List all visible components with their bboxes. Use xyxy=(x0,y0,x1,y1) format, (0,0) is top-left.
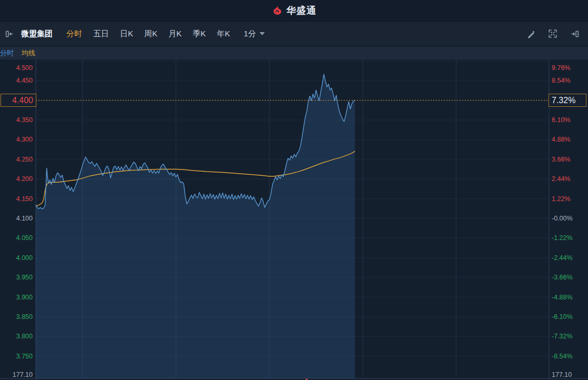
chart-tab[interactable]: 五日 xyxy=(93,29,109,39)
pencil-icon xyxy=(526,29,535,38)
collapse-panel-right-button[interactable] xyxy=(569,28,581,39)
chart-tab[interactable]: 月K xyxy=(168,29,182,39)
chevron-down-icon xyxy=(260,32,265,35)
period-tabs: 分时五日日K周K月K季K年K xyxy=(66,29,230,39)
app-title: 华盛通 xyxy=(286,4,316,17)
chart-type-subtabs: 分时均线 xyxy=(0,47,588,59)
collapse-panel-left-button[interactable] xyxy=(3,28,15,39)
expand-icon xyxy=(548,29,557,38)
chart-tab[interactable]: 分时 xyxy=(66,29,82,39)
chart-tab[interactable]: 周K xyxy=(144,29,157,39)
panel-collapse-right-icon xyxy=(571,29,580,38)
kline-period-dropdown[interactable]: 1分 xyxy=(244,29,265,39)
draw-tools-button[interactable] xyxy=(525,28,536,39)
fullscreen-button[interactable] xyxy=(547,28,559,39)
panel-collapse-left-icon xyxy=(5,29,14,38)
chart-tab[interactable]: 季K xyxy=(193,29,206,39)
chart-subtab[interactable]: 均线 xyxy=(22,47,35,59)
stock-name[interactable]: 微盟集团 xyxy=(21,29,53,39)
chart-subtab[interactable]: 分时 xyxy=(0,47,14,59)
flame-logo-icon xyxy=(272,5,283,16)
app-header: 华盛通 xyxy=(0,0,588,22)
toolbar-right-buttons xyxy=(525,28,581,39)
chart-tab[interactable]: 年K xyxy=(217,29,230,39)
kline-period-label: 1分 xyxy=(244,29,256,39)
chart-tab[interactable]: 日K xyxy=(120,29,133,39)
chart-toolbar: 微盟集团 分时五日日K周K月K季K年K 1分 xyxy=(0,22,588,46)
